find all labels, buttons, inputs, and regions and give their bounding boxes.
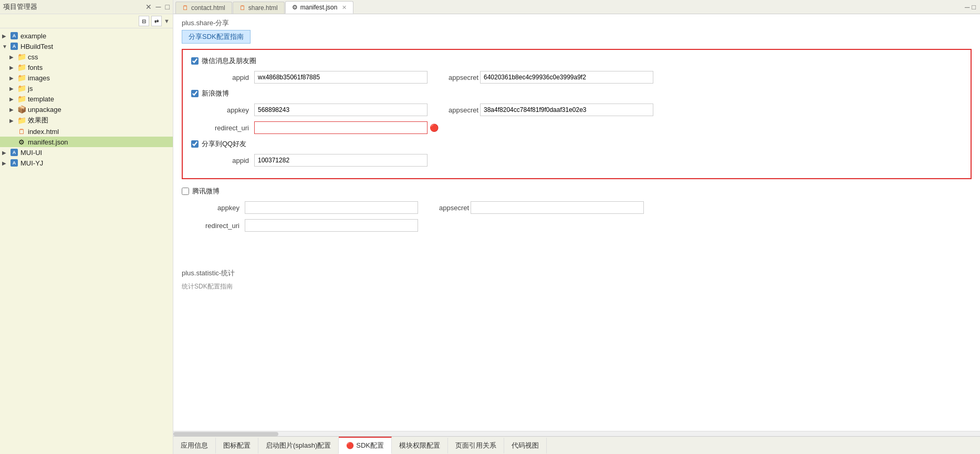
sdk-section: 微信消息及朋友圈 appid appsecret 新浪微博 appkey app…	[182, 49, 972, 179]
wechat-appid-label: appid	[202, 74, 254, 81]
bottom-tab-label: 模块权限配置	[399, 441, 440, 450]
bottom-tab-label: 启动图片(splash)配置	[266, 441, 331, 450]
section1-title: plus.share-分享	[173, 14, 980, 30]
sidebar-item-effects[interactable]: ▶ 📁 效果图	[0, 115, 173, 126]
sidebar-item-label: manifest.json	[28, 138, 68, 146]
weibo-appsecret-input[interactable]	[480, 104, 653, 116]
sidebar-title: 项目管理器	[3, 2, 37, 12]
section2-title: plus.statistic-统计	[173, 264, 980, 280]
bottom-tab-page-ref[interactable]: 页面引用关系	[448, 438, 504, 453]
bottom-tab-app-info[interactable]: 应用信息	[173, 438, 216, 453]
sidebar-item-manifest-json[interactable]: ⚙ manifest.json	[0, 137, 173, 147]
arrow-icon: ▼	[2, 44, 9, 49]
sidebar-item-label: HBuildTest	[20, 43, 53, 50]
sidebar-sync-btn[interactable]: ⇄	[151, 16, 162, 26]
sidebar-item-label: MUI-YJ	[20, 159, 43, 167]
tencent-label: 腾讯微博	[192, 187, 220, 196]
a-folder-icon: A	[9, 42, 19, 50]
sidebar-item-label: example	[20, 32, 46, 40]
tab-close-icon[interactable]: ✕	[342, 4, 347, 11]
wechat-appsecret-label: appsecret	[428, 74, 480, 81]
tencent-section-row: 腾讯微博	[182, 187, 972, 196]
sidebar-dropdown-icon[interactable]: ▼	[164, 18, 170, 24]
tencent-section: 腾讯微博 appkey appsecret redirect_uri	[182, 184, 972, 239]
sidebar-item-fonts[interactable]: ▶ 📁 fonts	[0, 62, 173, 73]
maximize-editor-icon[interactable]: □	[972, 3, 976, 11]
weibo-redirect-row: redirect_uri 🔴	[191, 121, 962, 134]
weibo-label: 新浪微博	[202, 89, 229, 98]
sidebar-item-images[interactable]: ▶ 📁 images	[0, 73, 173, 83]
qq-checkbox[interactable]	[191, 140, 199, 148]
weibo-appkey-input[interactable]	[254, 104, 428, 116]
weibo-redirect-input[interactable]	[254, 121, 428, 134]
json-file-icon: ⚙	[17, 138, 26, 146]
sidebar-item-label: index.html	[28, 128, 59, 136]
bottom-tab-label: SDK配置	[356, 441, 384, 450]
tencent-appkey-input[interactable]	[245, 201, 418, 214]
sidebar-item-index-html[interactable]: 🗒 index.html	[0, 126, 173, 137]
folder-icon: 📁	[17, 74, 26, 82]
sidebar-item-mui-ui[interactable]: ▶ A MUI-UI	[0, 147, 173, 158]
close-icon[interactable]: ✕	[145, 3, 152, 11]
tab-label: manifest.json	[300, 4, 338, 11]
a-folder-icon: A	[9, 148, 19, 157]
sidebar-header-icons: ✕ ─ □	[145, 3, 170, 11]
wechat-section-row: 微信消息及朋友圈	[191, 56, 962, 66]
qq-appid-row: appid	[191, 154, 962, 167]
guide-link[interactable]: 分享SDK配置指南	[182, 30, 251, 44]
horizontal-scrollbar[interactable]	[173, 431, 980, 436]
folder-icon: 📁	[17, 95, 26, 103]
bottom-tab-icon-config[interactable]: 图标配置	[216, 438, 258, 453]
sidebar-item-label: template	[28, 95, 54, 103]
weibo-redirect-label: redirect_uri	[202, 124, 254, 132]
sidebar-collapse-btn[interactable]: ⊟	[139, 16, 149, 26]
arrow-icon: ▶	[9, 86, 17, 91]
sidebar-item-example[interactable]: ▶ A example	[0, 30, 173, 41]
wechat-checkbox[interactable]	[191, 57, 199, 65]
wechat-appsecret-input[interactable]	[480, 71, 653, 84]
sidebar-header: 项目管理器 ✕ ─ □	[0, 0, 173, 14]
sidebar-item-template[interactable]: ▶ 📁 template	[0, 94, 173, 104]
sidebar-item-css[interactable]: ▶ 📁 css	[0, 51, 173, 62]
weibo-appkey-label: appkey	[202, 106, 254, 114]
scrollbar-thumb[interactable]	[173, 432, 278, 436]
folder-icon: 📁	[17, 63, 26, 71]
sidebar-item-hbuildtest[interactable]: ▼ A HBuildTest	[0, 41, 173, 51]
wechat-appid-input[interactable]	[254, 71, 428, 84]
sidebar-item-label: js	[28, 85, 33, 92]
json-tab-icon: ⚙	[292, 4, 298, 11]
sidebar-item-unpackage[interactable]: ▶ 📦 unpackage	[0, 104, 173, 115]
qq-label: 分享到QQ好友	[202, 139, 246, 149]
wechat-appid-row: appid appsecret	[191, 71, 962, 84]
folder-icon: 📁	[17, 116, 26, 125]
sidebar-item-mui-yj[interactable]: ▶ A MUI-YJ	[0, 158, 173, 168]
weibo-appkey-row: appkey appsecret	[191, 104, 962, 116]
section2-sub: 统计SDK配置指南	[173, 280, 980, 293]
sidebar-item-label: images	[28, 74, 50, 82]
package-icon: 📦	[17, 105, 26, 113]
qq-appid-input[interactable]	[254, 154, 428, 167]
weibo-appsecret-label: appsecret	[428, 106, 480, 114]
arrow-icon: ▶	[9, 107, 17, 112]
tab-manifest-json[interactable]: ⚙ manifest.json ✕	[285, 1, 354, 14]
tab-share-html[interactable]: 🗒 share.html	[233, 2, 285, 14]
tencent-checkbox[interactable]	[182, 188, 189, 195]
bottom-tab-sdk-config[interactable]: 🔴 SDK配置	[339, 437, 392, 454]
maximize-icon[interactable]: □	[165, 3, 170, 11]
bottom-tab-code-view[interactable]: 代码视图	[504, 438, 547, 453]
sidebar-toolbar: ⊟ ⇄ ▼	[0, 14, 173, 28]
bottom-tab-module-config[interactable]: 模块权限配置	[392, 438, 448, 453]
minimize-icon[interactable]: ─	[156, 3, 161, 11]
sidebar-item-js[interactable]: ▶ 📁 js	[0, 83, 173, 94]
weibo-checkbox[interactable]	[191, 90, 199, 97]
tencent-appsecret-input[interactable]	[471, 201, 644, 214]
bottom-tab-label: 代码视图	[512, 441, 539, 450]
folder-icon: 📁	[17, 53, 26, 61]
tencent-redirect-input[interactable]	[245, 219, 418, 232]
sidebar-item-label: unpackage	[28, 106, 61, 113]
tencent-redirect-label: redirect_uri	[192, 222, 245, 230]
tab-contact-html[interactable]: 🗒 contact.html	[175, 2, 232, 14]
arrow-icon: ▶	[9, 96, 17, 102]
minimize-editor-icon[interactable]: ─	[965, 3, 969, 11]
bottom-tab-splash-config[interactable]: 启动图片(splash)配置	[258, 438, 339, 453]
